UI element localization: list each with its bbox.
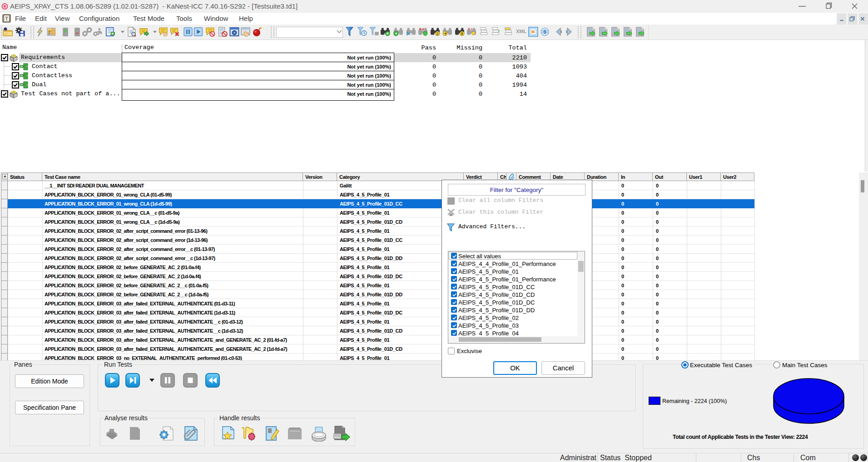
svg-text:9: 9 (461, 31, 463, 36)
svg-text:2: 2 (436, 31, 439, 36)
svg-text:T: T (5, 16, 8, 21)
svg-text:$: $ (544, 29, 546, 34)
